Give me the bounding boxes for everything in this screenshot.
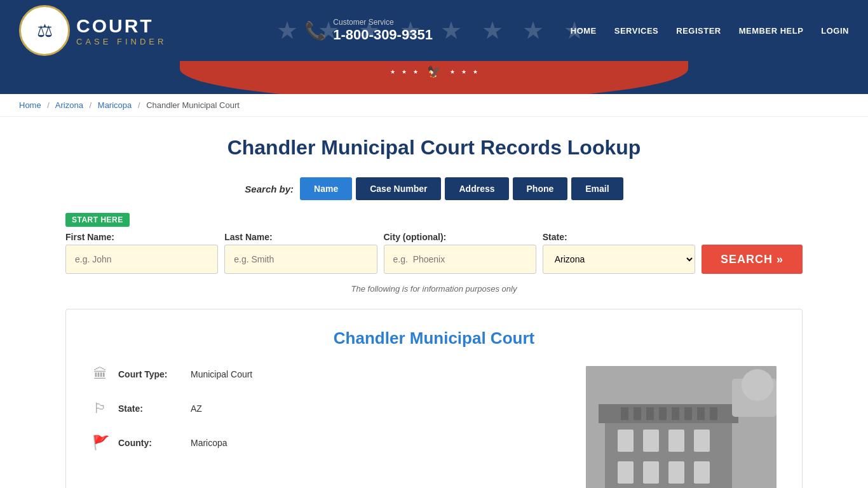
tab-phone[interactable]: Phone — [513, 177, 568, 200]
main-nav: HOME SERVICES REGISTER MEMBER HELP LOGIN — [571, 26, 849, 36]
state-icon: 🏳 — [92, 400, 109, 417]
court-image — [586, 366, 776, 488]
svg-rect-4 — [643, 430, 659, 452]
court-type-label: Court Type: — [118, 369, 182, 379]
state-label: State: — [118, 403, 182, 414]
ribbon: ★ ★ ★ 🦅 ★ ★ ★ — [0, 61, 868, 94]
logo-icon: ⚖ — [37, 20, 53, 41]
breadcrumb-sep-1: / — [47, 100, 50, 110]
svg-rect-10 — [694, 461, 710, 484]
svg-rect-8 — [643, 461, 659, 484]
logo-area: ⚖ COURT CASE FINDER — [19, 5, 166, 56]
tab-address[interactable]: Address — [445, 177, 508, 200]
svg-rect-3 — [618, 430, 634, 452]
court-county-row: 🚩 County: Maricopa — [92, 435, 567, 451]
breadcrumb-maricopa[interactable]: Maricopa — [98, 100, 132, 110]
main-content: Chandler Municipal Court Records Lookup … — [53, 117, 815, 488]
phone-area: 📞 Customer Service 1-800-309-9351 — [304, 18, 433, 43]
court-info-box: Chandler Municipal Court 🏛 Court Type: M… — [65, 309, 803, 488]
county-icon: 🚩 — [92, 435, 109, 451]
info-text: The following is for information purpose… — [65, 284, 803, 294]
first-name-input[interactable] — [65, 245, 218, 274]
svg-rect-7 — [618, 461, 634, 484]
court-image-placeholder — [586, 366, 776, 488]
nav-home[interactable]: HOME — [571, 26, 597, 36]
state-label: State: — [543, 232, 695, 242]
search-form-area: START HERE First Name: Last Name: City (… — [65, 213, 803, 274]
site-header: ★ ★ ★ ★ ★ ★ ★ ★ ⚖ COURT CASE FINDER 📞 Cu… — [0, 0, 868, 61]
last-name-group: Last Name: — [224, 232, 377, 274]
nav-register[interactable]: REGISTER — [676, 26, 721, 36]
court-info-body: 🏛 Court Type: Municipal Court 🏳 State: A… — [92, 366, 776, 488]
breadcrumb-arizona[interactable]: Arizona — [55, 100, 83, 110]
customer-service-label: Customer Service — [333, 18, 433, 27]
state-value: AZ — [191, 403, 202, 414]
svg-rect-6 — [694, 430, 710, 452]
tab-email[interactable]: Email — [571, 177, 623, 200]
eagle-row: ★ ★ ★ 🦅 ★ ★ ★ — [390, 65, 478, 79]
court-info-title: Chandler Municipal Court — [92, 329, 776, 348]
breadcrumb-home[interactable]: Home — [19, 100, 41, 110]
svg-point-12 — [742, 369, 773, 401]
search-form-row: First Name: Last Name: City (optional): … — [65, 232, 803, 274]
court-type-value: Municipal Court — [191, 369, 252, 379]
last-name-label: Last Name: — [224, 232, 377, 242]
svg-rect-15 — [634, 407, 641, 420]
svg-rect-16 — [646, 407, 654, 420]
search-by-row: Search by: Name Case Number Address Phon… — [65, 177, 803, 200]
court-type-icon: 🏛 — [92, 366, 109, 383]
nav-login[interactable]: LOGIN — [821, 26, 849, 36]
breadcrumb: Home / Arizona / Maricopa / Chandler Mun… — [0, 94, 868, 117]
search-by-label: Search by: — [245, 184, 294, 194]
eagle-icon: 🦅 — [424, 65, 444, 79]
nav-member-help[interactable]: MEMBER HELP — [739, 26, 804, 36]
court-info-details: 🏛 Court Type: Municipal Court 🏳 State: A… — [92, 366, 567, 488]
city-group: City (optional): — [384, 232, 536, 274]
first-name-group: First Name: — [65, 232, 218, 274]
svg-rect-19 — [684, 407, 692, 420]
logo-text: COURT CASE FINDER — [76, 15, 166, 46]
nav-services[interactable]: SERVICES — [614, 26, 659, 36]
state-group: State: Arizona Alabama Alaska California… — [543, 232, 695, 274]
svg-rect-18 — [672, 407, 679, 420]
tab-case-number[interactable]: Case Number — [356, 177, 441, 200]
brand-sub: CASE FINDER — [76, 37, 166, 46]
breadcrumb-current: Chandler Municipal Court — [146, 100, 240, 110]
court-type-row: 🏛 Court Type: Municipal Court — [92, 366, 567, 383]
phone-number: 1-800-309-9351 — [333, 27, 433, 43]
svg-rect-21 — [710, 407, 717, 420]
logo-circle: ⚖ — [19, 5, 70, 56]
first-name-label: First Name: — [65, 232, 218, 242]
start-here-badge: START HERE — [65, 213, 130, 227]
svg-rect-20 — [697, 407, 705, 420]
svg-rect-17 — [659, 407, 667, 420]
county-label: County: — [118, 438, 182, 448]
phone-icon: 📞 — [304, 20, 327, 41]
svg-rect-9 — [668, 461, 684, 484]
state-select[interactable]: Arizona Alabama Alaska California Colora… — [543, 245, 695, 274]
county-value: Maricopa — [191, 438, 227, 448]
court-state-row: 🏳 State: AZ — [92, 400, 567, 417]
breadcrumb-sep-3: / — [138, 100, 140, 110]
svg-rect-5 — [668, 430, 684, 452]
breadcrumb-sep-2: / — [90, 100, 92, 110]
brand-name: COURT — [76, 15, 166, 37]
city-label: City (optional): — [384, 232, 536, 242]
search-button[interactable]: SEARCH » — [702, 245, 803, 274]
tab-name[interactable]: Name — [300, 177, 352, 200]
page-title: Chandler Municipal Court Records Lookup — [65, 136, 803, 159]
city-input[interactable] — [384, 245, 536, 274]
last-name-input[interactable] — [224, 245, 377, 274]
svg-rect-14 — [621, 407, 628, 420]
